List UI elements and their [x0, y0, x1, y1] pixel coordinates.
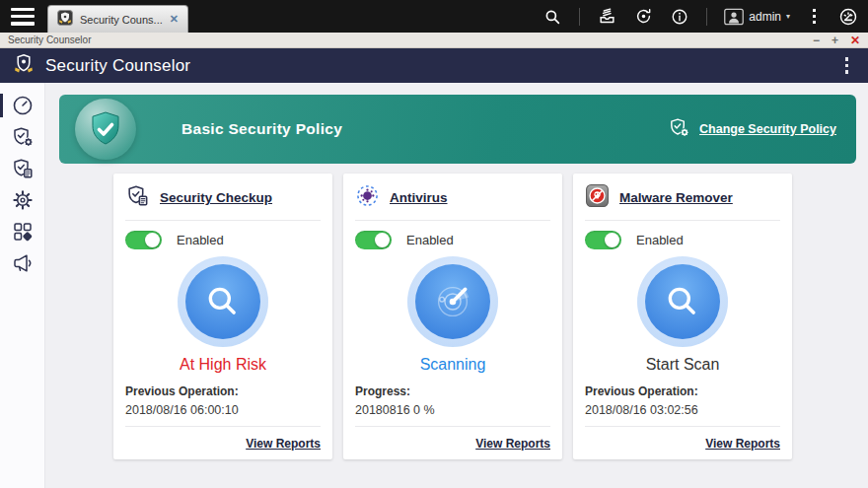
magnifier-icon — [204, 283, 242, 320]
security-counselor-app: Security Couns... ✕ — [0, 0, 868, 488]
change-security-policy-link[interactable]: Change Security Policy — [699, 122, 836, 136]
sidebar-item-overview[interactable] — [0, 91, 44, 120]
file-station-icon[interactable] — [597, 7, 616, 27]
enable-toggle[interactable] — [355, 231, 392, 249]
progress-value: 20180816 0 % — [355, 403, 550, 417]
header-more-options-icon[interactable] — [837, 55, 857, 76]
sidebar-item-settings[interactable] — [0, 185, 44, 215]
operation-value: 2018/08/16 03:02:56 — [585, 403, 780, 417]
scan-button[interactable] — [178, 256, 268, 347]
sidebar-item-apps[interactable] — [0, 217, 44, 246]
sidebar-item-security-checkup[interactable] — [0, 122, 44, 152]
card-security-checkup: Security Checkup Enabled — [113, 174, 332, 459]
more-options-icon[interactable] — [807, 7, 822, 26]
shield-check-report-icon — [125, 183, 150, 212]
maximize-button[interactable]: + — [832, 35, 838, 46]
scan-button[interactable] — [407, 256, 498, 347]
toggle-label: Enabled — [636, 233, 684, 247]
card-antivirus: Antivirus Enabled — [343, 174, 562, 459]
card-title-link[interactable]: Security Checkup — [160, 190, 272, 205]
window-title-bar: Security Counselor − + ✕ — [0, 33, 868, 48]
view-reports-link[interactable]: View Reports — [246, 437, 321, 451]
toggle-label: Enabled — [406, 233, 454, 247]
tab-close-icon[interactable]: ✕ — [170, 13, 179, 26]
background-tasks-icon[interactable] — [633, 7, 653, 27]
divider — [579, 8, 580, 26]
operation-label: Previous Operation: — [125, 384, 321, 398]
resource-monitor-icon[interactable] — [838, 7, 858, 27]
window-title: Security Counselor — [8, 35, 91, 45]
toggle-label: Enabled — [177, 233, 224, 247]
app-badge-icon — [57, 10, 73, 30]
sidebar — [0, 83, 45, 488]
security-counselor-badge-icon — [12, 52, 36, 80]
shield-gear-icon — [668, 116, 690, 143]
progress-label: Progress: — [355, 384, 550, 398]
user-avatar-icon — [724, 7, 744, 27]
chevron-down-icon: ▾ — [786, 12, 790, 21]
divider — [706, 8, 707, 26]
main-menu-icon[interactable] — [8, 7, 37, 27]
shield-check-bubble-icon — [75, 99, 136, 160]
card-malware-remover: Malware Remover Enabled — [573, 174, 792, 459]
radar-icon — [430, 279, 475, 324]
admin-username: admin — [749, 10, 781, 24]
sidebar-item-announcements[interactable] — [0, 248, 44, 278]
app-tab-security-counselor[interactable]: Security Couns... ✕ — [47, 5, 188, 33]
desktop-taskbar: Security Couns... ✕ — [0, 0, 868, 33]
card-title-link[interactable]: Antivirus — [390, 190, 448, 205]
view-reports-link[interactable]: View Reports — [705, 437, 780, 451]
enable-toggle[interactable] — [585, 231, 621, 249]
feature-cards: Security Checkup Enabled — [113, 174, 856, 459]
operation-label: Previous Operation: — [585, 384, 780, 398]
security-policy-banner: Basic Security Policy Change Security Po… — [59, 95, 856, 164]
enable-toggle[interactable] — [125, 231, 162, 249]
info-icon[interactable] — [670, 7, 689, 27]
change-security-policy[interactable]: Change Security Policy — [668, 116, 836, 143]
status-text: At High Risk — [125, 356, 321, 374]
app-header: Security Counselor — [0, 48, 868, 83]
status-text: Start Scan — [585, 356, 780, 374]
magnifier-icon — [664, 283, 701, 320]
sidebar-item-security-reports[interactable] — [0, 154, 44, 183]
view-reports-link[interactable]: View Reports — [475, 437, 550, 451]
operation-value: 2018/08/16 06:00:10 — [125, 403, 321, 417]
app-tab-label: Security Couns... — [80, 14, 163, 26]
security-policy-title: Basic Security Policy — [181, 120, 342, 138]
search-icon[interactable] — [542, 7, 562, 27]
page-title: Security Counselor — [45, 56, 190, 76]
close-button[interactable]: ✕ — [850, 35, 860, 46]
card-title-link[interactable]: Malware Remover — [619, 190, 733, 205]
user-menu[interactable]: admin ▾ — [724, 7, 790, 27]
status-text: Scanning — [355, 356, 550, 374]
scan-button[interactable] — [637, 256, 728, 347]
minimize-button[interactable]: − — [813, 35, 820, 46]
virus-icon — [355, 183, 380, 212]
main-content: Basic Security Policy Change Security Po… — [45, 83, 868, 488]
malware-skull-icon — [585, 183, 610, 212]
